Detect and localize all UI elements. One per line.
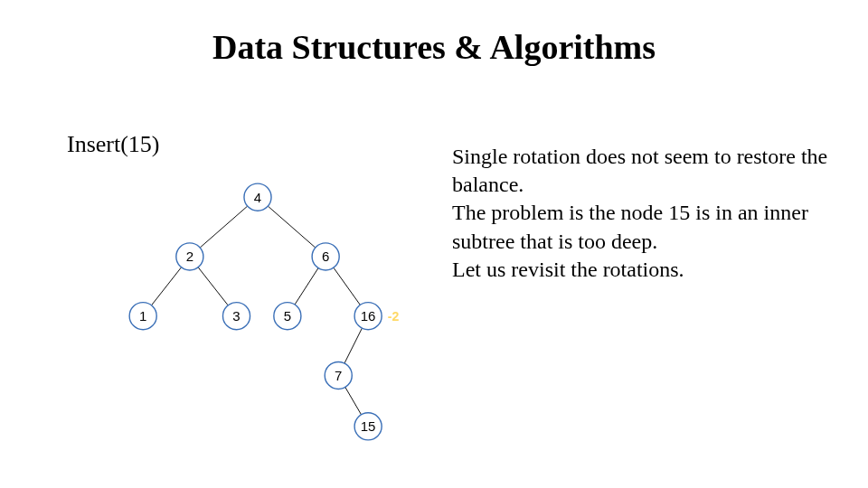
node-label: 1 [139,308,146,324]
tree-edge [295,268,318,305]
tree-node-15: 15 [354,413,382,440]
tree-edge [344,328,362,363]
node-label: 6 [322,249,329,264]
node-label: 7 [335,368,342,383]
tree-node-6: 6 [312,243,339,270]
tree-node-5: 5 [274,303,301,330]
node-label: 16 [361,308,376,324]
explanation-text: Single rotation does not seem to restore… [452,143,841,284]
node-label: 2 [186,249,193,264]
node-label: 5 [284,308,291,324]
tree-node-3: 3 [222,303,250,330]
node-label: 4 [254,190,261,205]
tree-nodes: 42613516715 [129,183,382,440]
page-title: Data Structures & Algorithms [0,27,868,67]
tree-node-7: 7 [325,361,352,389]
tree-edge [268,206,316,248]
tree-edge [200,206,248,248]
tree-node-4: 4 [244,183,271,211]
tree-edge [198,267,228,305]
tree-node-16: 16 [354,303,382,330]
balance-annotation: -2 [388,309,400,324]
tree-edge [345,387,362,414]
tree-edge [151,267,181,305]
tree-edge [334,267,360,305]
node-label: 3 [232,308,240,324]
node-label: 15 [361,418,376,434]
tree-node-2: 2 [176,243,203,270]
insert-label: Insert(15) [67,131,160,158]
tree-diagram: 42613516715 -2 [63,172,452,452]
tree-node-1: 1 [129,303,156,330]
